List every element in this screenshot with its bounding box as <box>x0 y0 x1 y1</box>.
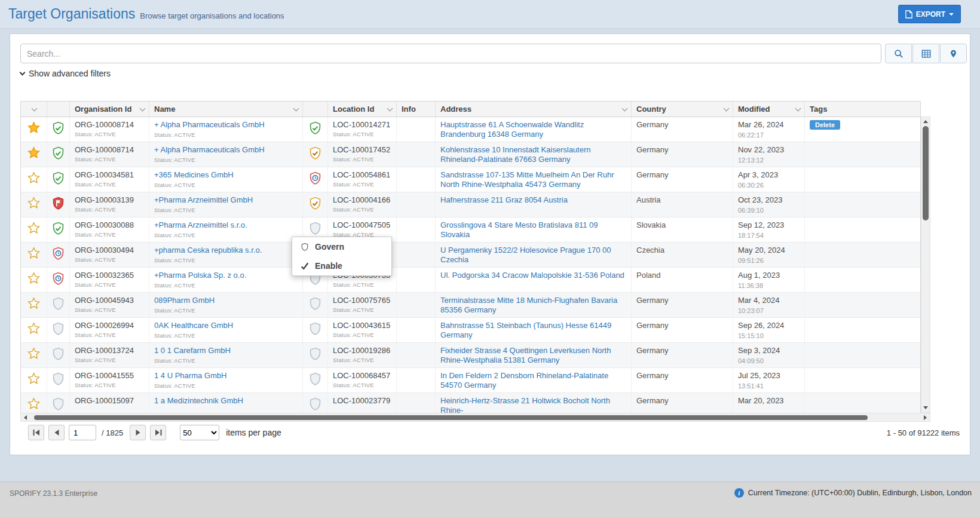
org-status-shield[interactable] <box>47 393 70 413</box>
location-status-shield[interactable] <box>303 343 328 367</box>
column-header-location-id[interactable]: Location Id <box>328 102 397 117</box>
address-link[interactable]: Ul. Podgorska 34 Cracow Malopolskie 31-5… <box>440 271 624 280</box>
table-row[interactable]: ORG-100045943Status: ACTIVE089Pharm GmbH… <box>21 293 920 318</box>
favorite-star[interactable] <box>21 293 47 317</box>
address-link[interactable]: Sandstrasse 107-135 Mitte Muelheim An De… <box>440 170 614 189</box>
scroll-down-arrow[interactable] <box>923 406 928 409</box>
org-status-shield[interactable] <box>47 318 70 342</box>
organisation-name-link[interactable]: +365 Medicines GmbH <box>154 170 234 179</box>
chevron-down-icon[interactable] <box>293 105 299 111</box>
table-row[interactable]: ORG-1000150971 a Medizintechnik GmbHLOC-… <box>21 393 920 413</box>
show-advanced-filters-toggle[interactable]: Show advanced filters <box>20 69 111 78</box>
chevron-down-icon[interactable] <box>724 105 730 111</box>
address-link[interactable]: Hafnerstrasse 211 Graz 8054 Austria <box>440 195 568 204</box>
organisation-name-link[interactable]: +Pharma Arzneimittel s.r.o. <box>154 220 247 229</box>
search-input[interactable] <box>20 44 881 63</box>
org-status-shield[interactable] <box>47 142 70 167</box>
location-status-shield[interactable] <box>303 293 328 317</box>
table-row[interactable]: ORG-100034581Status: ACTIVE+365 Medicine… <box>21 167 920 192</box>
location-status-shield[interactable] <box>303 192 328 217</box>
organisation-name-link[interactable]: 0AK Healthcare GmbH <box>154 321 233 330</box>
chevron-down-icon[interactable] <box>387 105 393 111</box>
table-view-button[interactable] <box>912 44 939 63</box>
column-header-select[interactable] <box>21 102 47 117</box>
chevron-down-icon[interactable] <box>795 105 801 111</box>
org-status-shield[interactable] <box>47 368 70 393</box>
organisation-name-link[interactable]: 1 0 1 Carefarm GmbH <box>154 346 231 355</box>
table-row[interactable]: ORG-100032365Status: ACTIVE+Pharma Polsk… <box>21 268 920 293</box>
previous-page-button[interactable] <box>48 425 65 440</box>
address-link[interactable]: Bahnstrasse 51 Steinbach (Taunus) Hesse … <box>440 321 611 339</box>
location-status-shield[interactable] <box>303 393 328 413</box>
table-row[interactable]: ORG-100008714Status: ACTIVE+ Alpha Pharm… <box>21 117 920 142</box>
favorite-star[interactable] <box>21 167 47 192</box>
table-row[interactable]: ORG-100041555Status: ACTIVE1 4 U Pharma … <box>21 368 920 393</box>
map-view-button[interactable] <box>940 44 967 63</box>
column-header-country[interactable]: Country <box>632 102 733 117</box>
favorite-star[interactable] <box>21 343 47 367</box>
page-size-select[interactable]: 50 <box>180 425 219 440</box>
column-header-organisation-id[interactable]: Organisation Id <box>70 102 149 117</box>
table-row[interactable]: ORG-100003139Status: ACTIVE+Pharma Arzne… <box>21 192 920 217</box>
scroll-up-arrow[interactable] <box>923 120 928 123</box>
organisation-name-link[interactable]: 1 4 U Pharma GmbH <box>154 371 226 380</box>
column-header-address[interactable]: Address <box>436 102 632 117</box>
favorite-star[interactable] <box>21 117 47 142</box>
organisation-name-link[interactable]: + Alpha Pharmaceuticals GmbH <box>154 145 265 154</box>
organisation-name-link[interactable]: + Alpha Pharmaceuticals GmbH <box>154 120 265 129</box>
export-button[interactable]: EXPORT <box>898 5 961 23</box>
org-status-shield[interactable] <box>47 293 70 317</box>
context-menu-item-enable[interactable]: Enable <box>292 256 391 275</box>
address-link[interactable]: Hauptstrasse 61 A Schoenwalde Wandlitz B… <box>440 120 584 139</box>
table-row[interactable]: ORG-100026994Status: ACTIVE0AK Healthcar… <box>21 318 920 343</box>
search-button[interactable] <box>885 44 912 63</box>
location-status-shield[interactable] <box>303 368 328 393</box>
page-number-input[interactable] <box>69 425 96 440</box>
location-status-shield[interactable] <box>303 318 328 342</box>
location-status-shield[interactable] <box>303 142 328 167</box>
address-link[interactable]: Kohlenstrasse 10 Innenstadt Kaiserslaute… <box>440 145 591 164</box>
org-status-shield[interactable] <box>47 243 70 267</box>
scroll-right-arrow[interactable] <box>924 415 927 420</box>
column-header-name[interactable]: Name <box>149 102 303 117</box>
last-page-button[interactable] <box>150 425 166 440</box>
chevron-down-icon[interactable] <box>140 105 146 111</box>
vertical-scrollbar-thumb[interactable] <box>923 126 929 220</box>
location-status-shield[interactable] <box>303 117 328 142</box>
favorite-star[interactable] <box>21 318 47 342</box>
address-link[interactable]: Heinrich-Hertz-Strasse 21 Holtwick Bocho… <box>440 396 610 413</box>
organisation-name-link[interactable]: 089Pharm GmbH <box>154 296 215 305</box>
scroll-left-arrow[interactable] <box>24 415 27 420</box>
horizontal-scrollbar[interactable] <box>20 413 930 422</box>
first-page-button[interactable] <box>28 425 44 440</box>
favorite-star[interactable] <box>21 368 47 393</box>
address-link[interactable]: Fixheider Strasse 4 Quettingen Leverkuse… <box>440 346 611 364</box>
org-status-shield[interactable] <box>47 167 70 192</box>
favorite-star[interactable] <box>21 268 47 292</box>
tag-chip[interactable]: Delete <box>810 120 840 130</box>
organisation-name-link[interactable]: +Pharma Arzneimittel GmbH <box>154 195 253 204</box>
org-status-shield[interactable] <box>47 192 70 217</box>
table-row[interactable]: ORG-100030494Status: ACTIVE+pharma Ceska… <box>21 243 920 268</box>
context-menu-item-govern[interactable]: Govern <box>292 237 391 256</box>
favorite-star[interactable] <box>21 393 47 413</box>
org-status-shield[interactable] <box>47 343 70 367</box>
favorite-star[interactable] <box>21 192 47 217</box>
table-row[interactable]: ORG-100013724Status: ACTIVE1 0 1 Carefar… <box>21 343 920 368</box>
address-link[interactable]: In Den Feldern 2 Densborn Rhineland-Pala… <box>440 371 608 390</box>
org-status-shield[interactable] <box>47 217 70 242</box>
favorite-star[interactable] <box>21 217 47 242</box>
column-header-modified[interactable]: Modified <box>733 102 805 117</box>
address-link[interactable]: U Pergamenky 1522/2 Holesovice Prague 17… <box>440 246 611 264</box>
org-status-shield[interactable] <box>47 268 70 292</box>
favorite-star[interactable] <box>21 243 47 267</box>
organisation-name-link[interactable]: +Pharma Polska Sp. z o.o. <box>154 271 246 280</box>
address-link[interactable]: Terminalstrasse Mitte 18 Munich-Flughafe… <box>440 296 617 314</box>
address-link[interactable]: Grosslingova 4 Stare Mesto Bratislava 81… <box>440 220 598 239</box>
org-status-shield[interactable] <box>47 117 70 142</box>
location-status-shield[interactable] <box>303 167 328 192</box>
table-row[interactable]: ORG-100008714Status: ACTIVE+ Alpha Pharm… <box>21 142 920 167</box>
vertical-scrollbar[interactable] <box>921 117 930 413</box>
table-row[interactable]: ORG-100030088Status: ACTIVE+Pharma Arzne… <box>21 217 920 243</box>
organisation-name-link[interactable]: 1 a Medizintechnik GmbH <box>154 396 243 405</box>
